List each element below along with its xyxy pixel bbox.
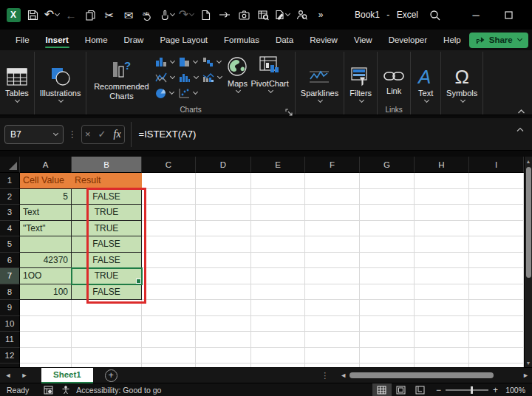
- tables-group[interactable]: Tables: [0, 52, 35, 115]
- ink-replay-icon[interactable]: [216, 5, 233, 24]
- cell-A8[interactable]: 100: [20, 284, 72, 301]
- tab-page-layout[interactable]: Page Layout: [151, 32, 216, 49]
- cell-G12[interactable]: [360, 348, 415, 364]
- cell-H10[interactable]: [415, 316, 469, 332]
- tab-view[interactable]: View: [346, 32, 381, 49]
- cell-E1[interactable]: [251, 173, 305, 189]
- cell-H8[interactable]: [415, 284, 469, 301]
- cell-I9[interactable]: [469, 300, 524, 316]
- new-file-icon[interactable]: [197, 5, 214, 24]
- sparklines-button[interactable]: Sparklines: [301, 64, 338, 102]
- normal-view-icon[interactable]: [372, 383, 392, 396]
- cell-G11[interactable]: [360, 332, 415, 348]
- cell-F6[interactable]: [305, 253, 360, 269]
- cell-F7[interactable]: [305, 268, 360, 284]
- cell-I12[interactable]: [469, 348, 524, 364]
- link-button[interactable]: Link: [383, 62, 405, 96]
- vertical-scrollbar[interactable]: ▲ ▼: [524, 157, 532, 367]
- cell-I7[interactable]: [469, 268, 524, 284]
- cell-B8[interactable]: FALSE: [72, 284, 142, 301]
- cell-D8[interactable]: [196, 284, 251, 301]
- row-header-13[interactable]: 13: [0, 363, 20, 367]
- column-header-G[interactable]: G: [360, 157, 415, 173]
- save-icon[interactable]: [24, 5, 41, 24]
- row-header-4[interactable]: 4: [0, 221, 20, 237]
- row-header-1[interactable]: 1: [0, 173, 20, 189]
- cell-I11[interactable]: [469, 332, 524, 348]
- cell-F8[interactable]: [305, 284, 360, 301]
- excel-logo-icon[interactable]: X: [4, 5, 22, 24]
- cell-B10[interactable]: [72, 316, 142, 332]
- row-header-9[interactable]: 9: [0, 300, 20, 316]
- waterfall-chart-button[interactable]: [202, 56, 222, 68]
- maps-button[interactable]: Maps: [227, 55, 248, 92]
- cell-F10[interactable]: [305, 316, 360, 332]
- cell-C9[interactable]: [142, 300, 196, 316]
- cell-G3[interactable]: [360, 205, 415, 221]
- cell-A7[interactable]: 1OO: [20, 268, 72, 284]
- cell-D10[interactable]: [196, 316, 251, 332]
- tab-home[interactable]: Home: [77, 32, 116, 49]
- column-chart-button[interactable]: [155, 56, 174, 68]
- illustrations-button[interactable]: Illustrations: [40, 64, 81, 102]
- cell-B9[interactable]: [72, 300, 142, 316]
- cell-G10[interactable]: [360, 316, 415, 332]
- scatter-chart-button[interactable]: [179, 87, 198, 99]
- text-button[interactable]: A Text: [416, 64, 435, 102]
- cell-H2[interactable]: [415, 189, 469, 205]
- tab-insert[interactable]: Insert: [38, 32, 77, 49]
- cell-I1[interactable]: [469, 173, 524, 189]
- column-header-H[interactable]: H: [415, 157, 469, 173]
- insert-function-icon[interactable]: fx: [114, 129, 121, 140]
- column-header-I[interactable]: I: [469, 157, 524, 173]
- cell-G1[interactable]: [360, 173, 415, 189]
- maximize-button[interactable]: [492, 0, 525, 30]
- cell-I4[interactable]: [469, 221, 524, 237]
- cell-B7[interactable]: TRUE: [72, 268, 142, 284]
- cell-E4[interactable]: [251, 221, 305, 237]
- zoom-in-icon[interactable]: +: [493, 385, 498, 395]
- line-chart-button[interactable]: [155, 72, 174, 83]
- cell-A5[interactable]: [20, 236, 72, 253]
- name-box[interactable]: B7: [4, 125, 64, 144]
- cell-G7[interactable]: [360, 268, 415, 284]
- cell-I8[interactable]: [469, 284, 524, 301]
- prev-sheet-icon[interactable]: ◄: [0, 372, 16, 379]
- histogram-chart-button[interactable]: [179, 72, 198, 83]
- cell-F11[interactable]: [305, 332, 360, 348]
- draw-pen-icon[interactable]: [273, 5, 291, 24]
- zoom-level[interactable]: 100%: [504, 386, 532, 395]
- combo-chart-button[interactable]: [202, 72, 222, 83]
- close-button[interactable]: ×: [525, 0, 532, 30]
- row-header-11[interactable]: 11: [0, 332, 20, 348]
- symbols-group[interactable]: Ω Symbols: [441, 52, 483, 115]
- cell-H4[interactable]: [415, 221, 469, 237]
- zoom-slider-handle[interactable]: [471, 386, 473, 394]
- cell-F3[interactable]: [305, 205, 360, 221]
- cell-A11[interactable]: [20, 332, 72, 348]
- overflow-icon[interactable]: »: [312, 5, 330, 24]
- cell-E8[interactable]: [251, 284, 305, 301]
- cell-I6[interactable]: [469, 253, 524, 269]
- search-icon[interactable]: [418, 0, 451, 30]
- page-break-preview-icon[interactable]: [411, 383, 430, 396]
- cell-H11[interactable]: [415, 332, 469, 348]
- tab-data[interactable]: Data: [267, 32, 301, 49]
- new-sheet-button[interactable]: +: [105, 369, 117, 382]
- filters-button[interactable]: Filters: [349, 64, 372, 102]
- pivotchart-button[interactable]: PivotChart: [250, 55, 288, 92]
- cell-D11[interactable]: [196, 332, 251, 348]
- cell-D7[interactable]: [196, 268, 251, 284]
- column-header-D[interactable]: D: [196, 157, 251, 173]
- cell-H7[interactable]: [415, 268, 469, 284]
- spelling-icon[interactable]: ab: [139, 5, 157, 24]
- column-header-E[interactable]: E: [251, 157, 305, 173]
- cell-C6[interactable]: [142, 253, 196, 269]
- people-search-icon[interactable]: [293, 5, 310, 24]
- tab-file[interactable]: File: [7, 32, 38, 49]
- cell-C4[interactable]: [142, 221, 196, 237]
- scrollbar-resize-grip[interactable]: ⋮: [321, 371, 330, 380]
- cell-F5[interactable]: [305, 236, 360, 253]
- cell-B3[interactable]: TRUE: [72, 205, 142, 221]
- cell-H3[interactable]: [415, 205, 469, 221]
